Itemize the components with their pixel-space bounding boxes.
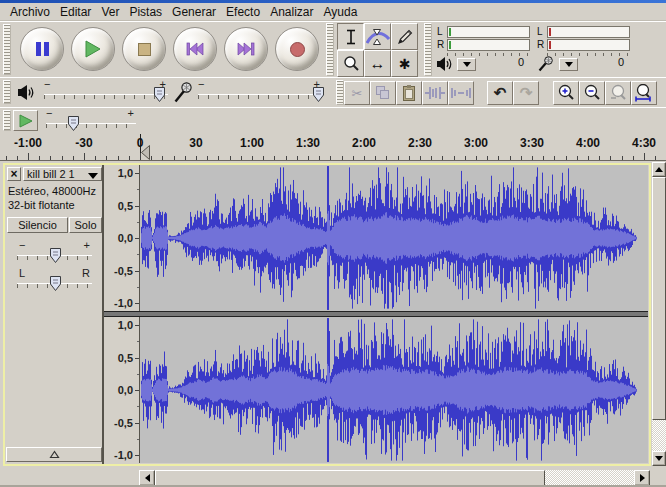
timeline-tick — [95, 156, 96, 160]
speed-max-label: + — [128, 107, 134, 119]
close-icon: × — [10, 169, 17, 179]
timeline-tick — [465, 156, 466, 160]
play-button[interactable] — [71, 27, 115, 71]
horizontal-scrollbar-thumb[interactable] — [155, 470, 545, 486]
record-meter-menu-button[interactable] — [559, 58, 578, 71]
timeline-tick — [73, 156, 74, 160]
fit-project-button[interactable] — [631, 81, 657, 105]
edit-toolbar-grip[interactable] — [336, 80, 344, 105]
play-at-speed-button[interactable] — [13, 110, 38, 131]
timeline-label: 0 — [137, 136, 144, 150]
mute-button[interactable]: Silencio — [7, 217, 68, 233]
pan-slider[interactable]: L R — [16, 267, 93, 293]
menu-item-analizar[interactable]: Analizar — [270, 5, 313, 19]
play-icon — [84, 40, 102, 58]
timeline-tick — [106, 156, 107, 160]
speed-thumb[interactable] — [68, 116, 79, 131]
speaker-icon — [437, 57, 453, 71]
menu-item-generar[interactable]: Generar — [172, 5, 216, 19]
tools-toolbar-grip[interactable] — [326, 23, 334, 76]
timeline-label: 2:30 — [408, 136, 432, 150]
pause-button[interactable] — [20, 27, 64, 71]
stop-button[interactable] — [122, 27, 166, 71]
silence-button[interactable] — [448, 81, 474, 105]
menu-item-editar[interactable]: Editar — [60, 5, 91, 19]
input-volume-slider[interactable]: − + — [196, 80, 324, 104]
timeline-tick — [118, 156, 119, 160]
scroll-right-button[interactable] — [634, 470, 650, 486]
gain-thumb[interactable] — [50, 248, 61, 263]
rewind-button[interactable] — [173, 27, 217, 71]
fit-selection-button[interactable] — [605, 81, 631, 105]
timeline-tick — [442, 156, 443, 160]
mute-label: Silencio — [18, 219, 57, 231]
stop-icon — [138, 43, 151, 56]
zoom-out-button[interactable] — [579, 81, 605, 105]
track-title-button[interactable]: kill bill 2 1 — [23, 167, 102, 181]
cut-button[interactable]: ✂ — [344, 81, 370, 105]
transcription-toolbar-grip[interactable] — [3, 110, 11, 131]
timeline-tick — [554, 156, 555, 160]
track-title: kill bill 2 1 — [27, 168, 75, 180]
input-volume-thumb[interactable] — [313, 87, 324, 102]
output-volume-thumb[interactable] — [154, 87, 165, 102]
envelope-tool-button[interactable] — [364, 23, 391, 50]
solo-label: Solo — [74, 219, 96, 231]
timeshift-tool-button[interactable]: ↔ — [364, 50, 391, 77]
draw-tool-button[interactable] — [391, 23, 418, 50]
copy-button[interactable] — [370, 81, 396, 105]
solo-button[interactable]: Solo — [69, 217, 102, 233]
undo-button[interactable]: ↶ — [487, 81, 513, 105]
timeline-tick — [207, 156, 208, 160]
vertical-ruler-ch1: 1,00,50,0-0,5-1,0 — [104, 165, 140, 311]
amplitude-label: 0,5 — [118, 352, 133, 364]
mixer-toolbar-grip[interactable] — [3, 80, 11, 104]
timeline-tick — [655, 156, 656, 160]
redo-button[interactable]: ↷ — [513, 81, 539, 105]
timeline-ruler[interactable]: -1:00-300301:001:302:002:303:003:304:004… — [0, 133, 666, 161]
scroll-left-button[interactable] — [139, 470, 155, 486]
track-close-button[interactable]: × — [7, 167, 21, 181]
waveform-ch2[interactable] — [140, 317, 648, 463]
amplitude-label: 1,0 — [118, 319, 133, 331]
scroll-down-button[interactable] — [652, 451, 666, 466]
menu-item-ver[interactable]: Ver — [101, 5, 119, 19]
record-meter-zero: 0 — [618, 56, 624, 68]
timeline-tick — [476, 156, 477, 160]
record-button[interactable] — [275, 27, 319, 71]
menu-item-archivo[interactable]: Archivo — [10, 5, 50, 19]
output-volume-slider[interactable]: − + — [42, 80, 170, 104]
menu-item-efecto[interactable]: Efecto — [226, 5, 260, 19]
playback-speed-slider[interactable]: − + — [44, 109, 138, 133]
track-format-label: Estéreo, 48000Hz — [8, 185, 96, 197]
paste-button[interactable] — [396, 81, 422, 105]
zoom-tool-button[interactable] — [337, 50, 364, 77]
timeline-tick — [454, 156, 455, 160]
selection-tool-button[interactable] — [337, 23, 364, 50]
zoom-in-button[interactable] — [553, 81, 579, 105]
scroll-up-button[interactable] — [652, 162, 666, 177]
menu-item-ayuda[interactable]: Ayuda — [324, 5, 358, 19]
play-meter-menu-button[interactable] — [457, 58, 476, 71]
play-meter-left-label: L — [437, 26, 443, 37]
timeline-tick — [62, 156, 63, 160]
multi-tool-button[interactable]: ✱ — [391, 50, 418, 77]
track-collapse-button[interactable] — [6, 447, 102, 462]
pause-icon — [36, 42, 49, 56]
vertical-scrollbar-thumb[interactable] — [652, 177, 666, 420]
trim-button[interactable] — [422, 81, 448, 105]
waveform-ch1[interactable] — [140, 165, 648, 311]
track-area: × kill bill 2 1 Estéreo, 48000Hz 32-bit … — [0, 161, 666, 470]
timeline-tick — [588, 156, 589, 160]
gain-slider[interactable]: − + — [16, 239, 93, 265]
pan-thumb[interactable] — [50, 276, 61, 291]
vertical-scrollbar[interactable] — [652, 162, 666, 466]
timeline-tick — [409, 156, 410, 160]
meter-toolbar-grip[interactable] — [424, 23, 432, 76]
transport-toolbar-grip[interactable] — [3, 24, 11, 75]
menu-item-pistas[interactable]: Pistas — [129, 5, 162, 19]
forward-button[interactable] — [224, 27, 268, 71]
play-meter-left-bar — [447, 26, 530, 38]
timeline-tick — [218, 156, 219, 160]
timeline-tick — [420, 156, 421, 160]
